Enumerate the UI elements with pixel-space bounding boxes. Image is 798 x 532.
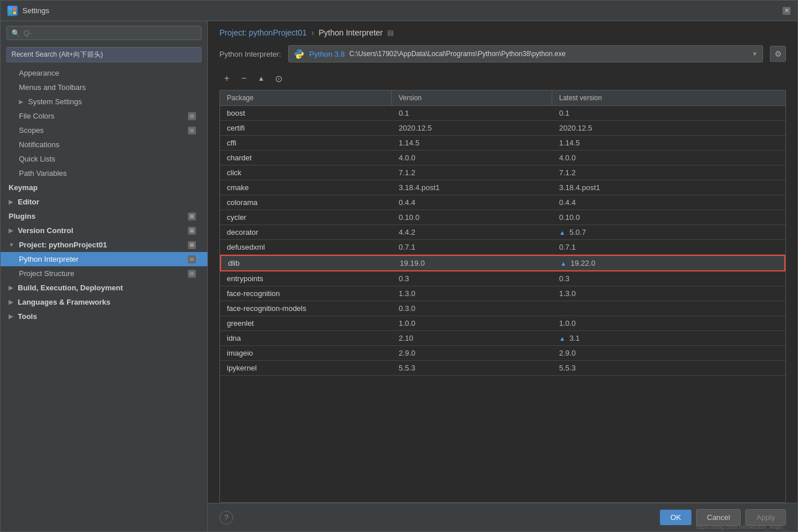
- sidebar-item-scopes-label: Scopes: [19, 126, 44, 135]
- table-row[interactable]: imageio2.9.02.9.0: [220, 346, 785, 361]
- app-icon: [7, 6, 18, 16]
- table-row[interactable]: colorama0.4.40.4.4: [220, 195, 785, 210]
- latest-version-cell: 0.1: [552, 106, 785, 120]
- chevron-right-icon: [9, 313, 13, 320]
- sidebar-item-path-variables[interactable]: Path Variables: [1, 166, 207, 180]
- show-early-releases-button[interactable]: ⊙: [271, 72, 286, 85]
- recent-search-dropdown[interactable]: Recent Search (Alt+向下箭头): [6, 47, 202, 62]
- table-row[interactable]: cmake3.18.4.post13.18.4.post1: [220, 180, 785, 195]
- table-row[interactable]: dlib19.19.0▲ 19.22.0: [220, 255, 785, 271]
- sidebar-item-build-exec-label: Build, Execution, Deployment: [18, 283, 123, 292]
- table-row[interactable]: greenlet1.0.01.0.0: [220, 316, 785, 331]
- breadcrumb-parent[interactable]: Project: pythonProject01: [219, 28, 307, 37]
- package-name-cell: face-recognition-models: [220, 301, 392, 316]
- search-box[interactable]: 🔍: [6, 26, 202, 40]
- chevron-right-icon: [9, 199, 13, 205]
- latest-version-cell: 0.7.1: [552, 240, 785, 254]
- package-name-cell: cffi: [220, 136, 392, 150]
- table-row[interactable]: cffi1.14.51.14.5: [220, 136, 785, 151]
- sidebar-item-system-settings[interactable]: System Settings: [1, 94, 207, 109]
- version-cell: 0.4.4: [392, 195, 552, 210]
- version-cell: 2020.12.5: [392, 121, 552, 135]
- table-row[interactable]: face-recognition1.3.01.3.0: [220, 286, 785, 301]
- sidebar-item-menus-toolbars-label: Menus and Toolbars: [19, 83, 86, 92]
- settings-small-icon: ▤: [188, 212, 196, 220]
- table-row[interactable]: certifi2020.12.52020.12.5: [220, 121, 785, 136]
- table-row[interactable]: ipykernel5.5.35.5.3: [220, 361, 785, 376]
- close-button[interactable]: ✕: [783, 7, 791, 15]
- table-row[interactable]: chardet4.0.04.0.0: [220, 151, 785, 165]
- sidebar-item-python-interpreter[interactable]: Python Interpreter ▤: [1, 252, 207, 266]
- sidebar-item-keymap-label: Keymap: [9, 183, 38, 192]
- main-content: 🔍 Recent Search (Alt+向下箭头) Appearance Me…: [1, 21, 797, 531]
- sidebar-item-build-exec[interactable]: Build, Execution, Deployment: [1, 281, 207, 295]
- latest-version-cell: 5.5.3: [552, 361, 785, 375]
- sidebar-item-project-structure[interactable]: Project Structure ▤: [1, 266, 207, 281]
- table-row[interactable]: boost0.10.1: [220, 106, 785, 121]
- sidebar-item-languages[interactable]: Languages & Frameworks: [1, 295, 207, 309]
- sidebar-item-tools[interactable]: Tools: [1, 309, 207, 324]
- dropdown-arrow-icon: ▼: [752, 50, 758, 57]
- package-name-cell: chardet: [220, 151, 392, 165]
- search-input[interactable]: [23, 29, 196, 37]
- interpreter-selector[interactable]: Python 3.8 C:\Users\17902\AppData\Local\…: [288, 45, 763, 62]
- search-icon: 🔍: [11, 29, 20, 37]
- settings-small-icon: ▤: [188, 241, 196, 249]
- sidebar-item-version-control[interactable]: Version Control ▤: [1, 223, 207, 238]
- sidebar-item-editor[interactable]: Editor: [1, 195, 207, 209]
- version-cell: 5.5.3: [392, 361, 552, 375]
- package-name-cell: boost: [220, 106, 392, 120]
- package-name-cell: click: [220, 165, 392, 180]
- question-mark-icon: ?: [224, 513, 228, 522]
- remove-package-button[interactable]: −: [237, 72, 251, 85]
- latest-version-cell: 1.14.5: [552, 136, 785, 150]
- sidebar-item-scopes[interactable]: Scopes ▤: [1, 123, 207, 137]
- packages-table: Package Version Latest version boost0.10…: [219, 90, 786, 503]
- sidebar-item-appearance[interactable]: Appearance: [1, 66, 207, 80]
- add-package-button[interactable]: +: [219, 72, 234, 85]
- table-row[interactable]: idna2.10▲ 3.1: [220, 331, 785, 346]
- svg-rect-3: [13, 11, 16, 14]
- latest-version-cell: ▲ 5.0.7: [552, 225, 785, 239]
- breadcrumb-menu-icon[interactable]: ▤: [387, 29, 394, 37]
- sidebar-item-file-colors[interactable]: File Colors ▤: [1, 109, 207, 123]
- sidebar-item-plugins[interactable]: Plugins ▤: [1, 209, 207, 223]
- update-arrow-icon: ▲: [560, 260, 568, 267]
- cancel-button[interactable]: Cancel: [696, 509, 741, 526]
- interpreter-settings-button[interactable]: ⚙: [770, 46, 786, 62]
- version-cell: 1.14.5: [392, 136, 552, 150]
- sidebar-item-python-interpreter-label: Python Interpreter: [19, 255, 78, 263]
- table-row[interactable]: cycler0.10.00.10.0: [220, 210, 785, 225]
- sidebar-item-notifications[interactable]: Notifications: [1, 137, 207, 152]
- ok-button[interactable]: OK: [660, 510, 691, 525]
- chevron-right-icon: [19, 98, 23, 105]
- sidebar-item-keymap[interactable]: Keymap: [1, 180, 207, 195]
- window-controls: ✕: [783, 7, 791, 15]
- sidebar-item-quick-lists[interactable]: Quick Lists: [1, 152, 207, 166]
- breadcrumb-separator: ›: [312, 28, 315, 37]
- upgrade-package-button[interactable]: ▲: [254, 72, 269, 85]
- version-cell: 0.10.0: [392, 210, 552, 224]
- table-row[interactable]: entrypoints0.30.3: [220, 271, 785, 286]
- sidebar-item-notifications-label: Notifications: [19, 140, 60, 149]
- version-cell: 1.0.0: [392, 316, 552, 330]
- gear-icon: ⚙: [775, 49, 782, 58]
- package-name-cell: ipykernel: [220, 361, 392, 375]
- package-name-cell: imageio: [220, 346, 392, 360]
- sidebar-item-project[interactable]: Project: pythonProject01 ▤: [1, 238, 207, 252]
- sidebar-item-tools-label: Tools: [18, 312, 37, 321]
- latest-version-cell: 0.4.4: [552, 195, 785, 210]
- table-row[interactable]: decorator4.4.2▲ 5.0.7: [220, 225, 785, 240]
- chevron-right-icon: [9, 227, 13, 234]
- sidebar-item-menus-toolbars[interactable]: Menus and Toolbars: [1, 80, 207, 94]
- latest-version-cell: 2.9.0: [552, 346, 785, 360]
- apply-button[interactable]: Apply: [745, 509, 786, 526]
- interpreter-row: Python Interpreter: Python 3.8 C:\Users\…: [208, 42, 797, 69]
- help-button[interactable]: ?: [219, 511, 233, 525]
- table-row[interactable]: defusedxml0.7.10.7.1: [220, 240, 785, 255]
- table-row[interactable]: face-recognition-models0.3.0: [220, 301, 785, 316]
- table-row[interactable]: click7.1.27.1.2: [220, 165, 785, 180]
- sidebar-nav: Appearance Menus and Toolbars System Set…: [1, 65, 207, 531]
- sidebar-item-file-colors-label: File Colors: [19, 112, 54, 120]
- latest-version-cell: 1.3.0: [552, 286, 785, 301]
